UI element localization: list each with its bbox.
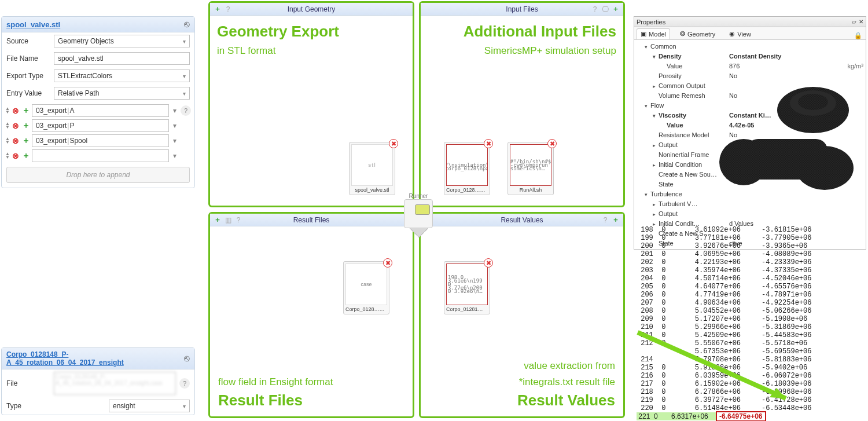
export-path-input[interactable]: 03_export|Spool <box>32 134 169 147</box>
remove-icon[interactable]: ✖ <box>484 258 493 268</box>
eye-icon: ◉ <box>729 30 735 38</box>
file-caption: Corpo_01281…tegrals.txt <box>446 306 488 312</box>
entryvalue-label: Entry Value <box>6 89 50 97</box>
export-path-input[interactable]: 03_export|A <box>32 104 169 117</box>
text-thumb-icon: *new window*\nsimulation\nsetup file\nco… <box>446 144 488 186</box>
panel-title: Result Values <box>501 216 543 224</box>
spool-valve-panel: spool_valve.stl ⎋ SourceGeometry Objects… <box>1 16 195 188</box>
panel-header: spool_valve.stl ⎋ <box>2 17 194 32</box>
export-path-input[interactable]: 03_export|P <box>32 119 169 132</box>
tab-model[interactable]: ▣Model <box>637 28 670 39</box>
annotation-subtitle: SimericsMP+ simulation setup <box>428 45 616 57</box>
panel-menu-icon[interactable]: ⎋ <box>184 353 190 364</box>
file-card[interactable]: ✖ case Corpo_0128…sight.case <box>343 261 389 314</box>
export-row: ▲▼⊗＋03_export|Spool▾ <box>5 134 191 147</box>
annotation-subtitle: flow field in Ensight format <box>218 376 333 388</box>
annotation-title: Result Files <box>218 391 333 409</box>
delete-icon[interactable]: ⊗ <box>11 136 20 145</box>
monitor-icon[interactable]: 🖵 <box>601 5 609 13</box>
panel-header: ＋? Input Geometry <box>210 3 413 16</box>
geometry-preview-icon <box>712 69 865 197</box>
svg-rect-4 <box>746 139 827 180</box>
lock-icon[interactable]: 🔒 <box>854 32 862 39</box>
annotation-subtitle: *integrals.txt result file <box>517 376 615 388</box>
annotation-title: Additional Input Files <box>428 23 616 41</box>
help-icon[interactable]: ? <box>234 216 242 224</box>
runner-node[interactable]: Runner <box>404 199 433 228</box>
result-text-dump: 198 0 3.61092e+06 -3.61815e+06 199 0 3.7… <box>637 226 867 421</box>
remove-icon[interactable]: ✖ <box>547 139 557 148</box>
exporttype-dropdown[interactable]: STLExtractColors <box>54 69 190 82</box>
file-card[interactable]: ✖ *new window*\nsimulation\nsetup file\n… <box>444 142 490 195</box>
properties-header: Properties ▱✕ <box>634 17 866 27</box>
add-icon[interactable]: ＋ <box>21 151 31 160</box>
remove-icon[interactable]: ✖ <box>383 258 392 268</box>
file-card[interactable]: ✖ stl spool_valve.stl <box>349 142 395 195</box>
add-icon[interactable]: ＋ <box>21 121 31 130</box>
add-icon[interactable]: ＋ <box>21 106 31 115</box>
tab-view[interactable]: ◉View <box>725 28 755 39</box>
panel-header: ＋▥? Result Files <box>210 214 413 226</box>
text-thumb-icon: 198 0 3.61e6\n199 0 3.77e6\n200 0 3.92e6… <box>446 263 488 305</box>
panel-title-link[interactable]: Corpo_0128148_P-A_45_rotation_06_04_2017… <box>6 350 184 367</box>
drop-zone[interactable]: Drop here to append <box>6 167 190 183</box>
properties-tabs: ▣Model ❂Geometry ◉View 🔒 <box>634 27 866 40</box>
undock-icon[interactable]: ▱ <box>852 19 856 25</box>
filename-input[interactable]: spool_valve.stl <box>54 52 190 65</box>
source-dropdown[interactable]: Geometry Objects <box>54 35 190 47</box>
dropdown-icon[interactable]: ▾ <box>170 137 179 145</box>
reorder-icon[interactable]: ▲▼ <box>5 137 10 144</box>
add-icon[interactable]: ＋ <box>214 216 222 224</box>
reorder-icon[interactable]: ▲▼ <box>5 152 10 159</box>
cube-icon: ▣ <box>641 30 646 38</box>
svg-point-7 <box>798 94 828 110</box>
help-icon[interactable]: ? <box>179 378 190 389</box>
result-files-panel: ＋▥? Result Files ✖ case Corpo_0128…sight… <box>208 212 414 418</box>
type-dropdown[interactable]: ensight <box>109 400 190 412</box>
dropdown-icon[interactable]: ▾ <box>170 152 179 160</box>
dropdown-icon[interactable]: ▾ <box>170 122 179 130</box>
export-list: ▲▼⊗＋03_export|A▾?▲▼⊗＋03_export|P▾▲▼⊗＋03_… <box>2 102 194 166</box>
add-icon[interactable]: ＋ <box>612 5 620 13</box>
reorder-icon[interactable]: ▲▼ <box>5 122 10 129</box>
annotation-title: Geometry Export <box>217 23 406 41</box>
property-row[interactable]: ▸Output <box>634 208 866 218</box>
panel-title-link[interactable]: spool_valve.stl <box>6 20 60 29</box>
panel-header: Corpo_0128148_P-A_45_rotation_06_04_2017… <box>2 348 194 369</box>
remove-icon[interactable]: ✖ <box>484 139 493 148</box>
panel-header: Input Files ?🖵＋ <box>421 3 623 16</box>
export-row: ▲▼⊗＋03_export|A▾? <box>5 104 191 117</box>
help-icon[interactable]: ? <box>181 105 191 116</box>
add-icon[interactable]: ＋ <box>214 5 222 13</box>
export-row: ▲▼⊗＋03_export|P▾ <box>5 119 191 132</box>
reorder-icon[interactable]: ▲▼ <box>5 107 10 114</box>
add-icon[interactable]: ＋ <box>21 136 31 145</box>
delete-icon[interactable]: ⊗ <box>11 121 20 130</box>
add-icon[interactable]: ＋ <box>612 216 620 224</box>
entryvalue-dropdown[interactable]: Relative Path <box>54 87 190 100</box>
tab-geometry[interactable]: ❂Geometry <box>676 28 719 39</box>
dropdown-icon[interactable]: ▾ <box>170 107 179 115</box>
property-row[interactable]: ▾DensityConstant Density <box>634 51 866 61</box>
help-icon[interactable]: ? <box>601 216 609 224</box>
file-card[interactable]: ✖ 198 0 3.61e6\n199 0 3.77e6\n200 0 3.92… <box>444 261 490 314</box>
file-value-blurred[interactable]: Corpo_0128148_P-A_45_rotation_06_04_2017… <box>54 372 176 395</box>
delete-icon[interactable]: ⊗ <box>11 151 20 160</box>
export-path-input[interactable] <box>32 149 169 162</box>
property-row[interactable]: ▸Turbulent V… <box>634 199 866 208</box>
help-icon[interactable]: ? <box>591 5 599 13</box>
panel-menu-icon[interactable]: ⎋ <box>184 19 190 30</box>
panel-title: Result Files <box>293 216 330 224</box>
file-caption: Corpo_0128…sight.case <box>345 306 387 312</box>
remove-icon[interactable]: ✖ <box>389 139 398 148</box>
help-icon[interactable]: ? <box>224 5 232 13</box>
properties-title: Properties <box>637 19 665 25</box>
close-icon[interactable]: ✕ <box>859 19 863 25</box>
property-row[interactable]: ▾Common <box>634 41 866 51</box>
file-card[interactable]: ✖ #!/bin/sh\n#$ -cwd\nmpirun simerics\n…… <box>507 142 554 195</box>
file-caption: RunAll.sh <box>510 187 551 193</box>
file-caption: Corpo_0128…_2017.spro <box>446 187 488 193</box>
doc-icon[interactable]: ▥ <box>224 216 232 224</box>
delete-icon[interactable]: ⊗ <box>11 106 20 115</box>
stl-thumb-icon: stl <box>351 144 393 186</box>
